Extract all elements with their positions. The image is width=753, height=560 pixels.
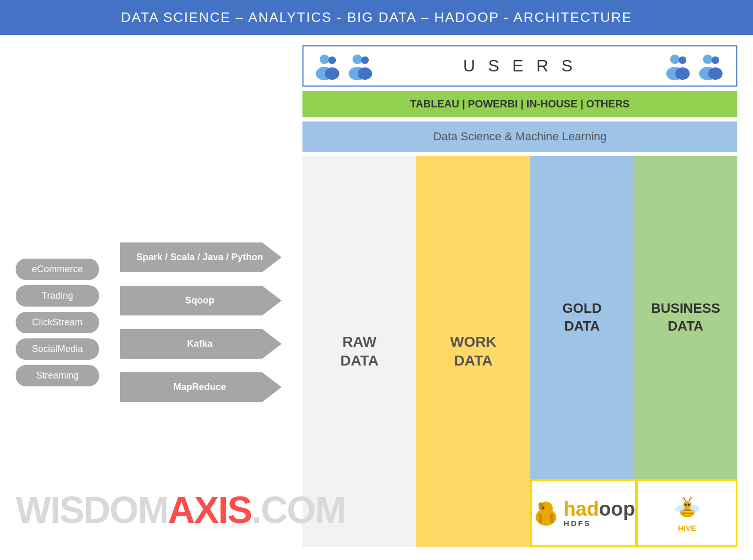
right-zones: GOLD DATA BUSINESS DATA: [530, 156, 737, 547]
user-icon-1: [314, 52, 343, 80]
tool-mapreduce-arrow: MapReduce: [120, 372, 282, 402]
svg-point-30: [688, 504, 690, 506]
hadoop-section: hadoop HDFS: [530, 479, 637, 547]
hadoop-logo: hadoop HDFS: [532, 499, 635, 528]
svg-point-14: [712, 56, 720, 64]
user-icons-left: [314, 52, 375, 80]
hive-icon: [672, 494, 703, 522]
tool-sqoop-arrow: Sqoop: [120, 286, 282, 315]
svg-point-10: [679, 56, 687, 64]
hadoop-text: hadoop: [564, 499, 635, 519]
data-zones-main: RAW DATA WORK DATA GOLD DATA: [302, 156, 737, 547]
tool-mapreduce: MapReduce: [120, 372, 297, 402]
user-icons-right: [664, 52, 726, 80]
hadoop-elephant-icon: [532, 499, 561, 528]
hive-label: HIVE: [678, 524, 696, 532]
svg-point-21: [542, 507, 544, 509]
svg-point-4: [353, 55, 362, 64]
header-title: DATA SCIENCE – ANALYTICS - BIG DATA – HA…: [121, 9, 633, 25]
hadoop-hive-row: hadoop HDFS: [530, 479, 737, 547]
svg-point-8: [670, 55, 679, 64]
user-icon-2: [347, 52, 375, 80]
hadoop-logo-content: hadoop HDFS: [532, 499, 635, 528]
svg-point-2: [329, 56, 336, 64]
svg-point-33: [683, 497, 685, 499]
zone-business: BUSINESS DATA: [634, 156, 737, 479]
tool-sqoop: Sqoop: [120, 286, 297, 315]
tools-column: Spark / Scala / Java / Python Sqoop Kafk…: [120, 45, 297, 547]
main-content: WISDOMAXIS.COM eCommerce Trading ClickSt…: [0, 35, 753, 557]
tableau-bar: TABLEAU | POWERBI | IN-HOUSE | OTHERS: [302, 91, 737, 117]
right-area: U S E R S TABLEAU | POWERBI | IN-HOUSE |: [302, 45, 737, 547]
hdfs-label: HDFS: [564, 519, 635, 528]
ds-bar: Data Science & Machine Learning: [302, 121, 737, 152]
svg-point-0: [320, 55, 329, 64]
svg-point-6: [361, 56, 369, 64]
svg-point-12: [703, 55, 712, 64]
hive-logo: HIVE: [672, 494, 703, 532]
source-clickstream: ClickStream: [16, 312, 99, 333]
data-zones-wrapper: RAW DATA WORK DATA GOLD DATA: [302, 156, 737, 547]
page-header: DATA SCIENCE – ANALYTICS - BIG DATA – HA…: [0, 0, 753, 35]
svg-rect-19: [539, 514, 542, 523]
source-socialmedia: SocialMedia: [16, 338, 99, 360]
zone-gold: GOLD DATA: [530, 156, 634, 479]
user-icon-4: [697, 52, 726, 80]
zone-work: WORK DATA: [416, 156, 530, 547]
gold-business-row: GOLD DATA BUSINESS DATA: [530, 156, 737, 479]
svg-point-15: [708, 67, 723, 80]
svg-rect-20: [550, 514, 553, 523]
tool-spark: Spark / Scala / Java / Python: [120, 242, 297, 272]
hadoop-text-block: hadoop HDFS: [564, 499, 635, 528]
hadoop-oop: oop: [599, 498, 635, 520]
svg-rect-25: [682, 513, 693, 514]
tool-kafka: Kafka: [120, 329, 297, 359]
user-icon-3: [664, 52, 693, 80]
svg-point-29: [685, 504, 687, 506]
data-sources-column: eCommerce Trading ClickStream SocialMedi…: [16, 45, 120, 547]
source-ecommerce: eCommerce: [16, 259, 99, 280]
hadoop-had: had: [564, 498, 599, 520]
svg-point-7: [358, 67, 372, 80]
users-label: U S E R S: [386, 56, 654, 76]
tool-spark-arrow: Spark / Scala / Java / Python: [120, 242, 282, 272]
users-section: U S E R S: [302, 45, 737, 87]
source-trading: Trading: [16, 285, 99, 307]
svg-point-11: [675, 67, 690, 80]
svg-point-3: [325, 67, 339, 80]
source-streaming: Streaming: [16, 365, 99, 386]
svg-point-34: [690, 497, 692, 499]
tool-kafka-arrow: Kafka: [120, 329, 282, 359]
hive-section: HIVE: [637, 479, 737, 547]
